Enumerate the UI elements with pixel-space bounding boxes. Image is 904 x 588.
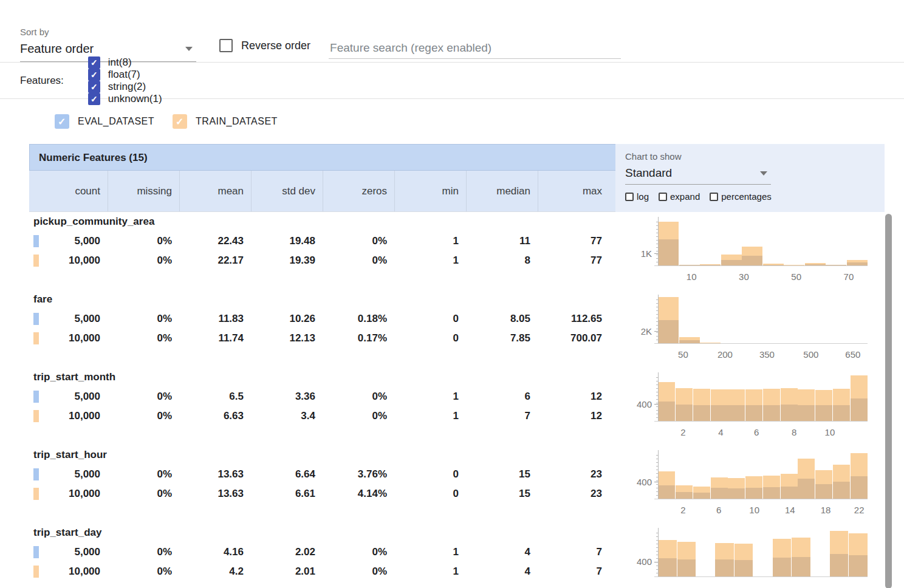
svg-text:650: 650 [845,349,860,360]
feature-histogram: 2K50200350500650 [615,290,885,368]
stat-min: 0 [394,465,466,484]
checkbox-checked-icon[interactable]: ✓ [88,93,100,105]
stat-missing: 0% [108,542,179,562]
checkbox-unchecked-icon[interactable] [710,193,718,201]
dataset-toggle-train[interactable]: ✓TRAIN_DATASET [173,114,278,129]
chart-panel: Chart to show Standard logexpandpercenta… [615,144,885,588]
reverse-order-checkbox[interactable] [219,39,233,52]
table-title: Numeric Features (15) [29,144,615,171]
stat-min: 0 [394,484,466,504]
stat-count: 10,000 [29,484,108,504]
stat-max: 77 [538,231,609,251]
stat-zeros: 4.14% [323,484,394,504]
stat-mean: 22.43 [179,231,251,251]
stat-max: 7 [538,542,609,562]
feature-filter-float[interactable]: ✓float(7) [88,69,162,81]
chart-type-select[interactable]: Standard [625,162,771,185]
dataset-color-swatch [33,391,39,403]
chart-option-label: percentages [721,191,772,202]
stat-count: 10,000 [29,406,108,426]
stat-zeros: 0% [323,562,394,581]
stat-missing: 0% [108,309,179,329]
svg-text:400: 400 [637,477,652,487]
feature-search-input[interactable] [329,38,621,59]
sort-by-value: Feature order [20,42,94,56]
stats-row-train: 10,0000%4.22.010%147 [29,562,615,581]
histogram-chart: 4002610141822 [615,445,877,523]
checkbox-checked-icon[interactable]: ✓ [88,56,100,69]
svg-text:1K: 1K [641,248,652,259]
chart-option-log[interactable]: log [625,191,649,202]
svg-text:30: 30 [739,272,749,282]
stat-missing: 0% [108,465,179,484]
svg-text:2: 2 [680,505,685,515]
stat-missing: 0% [108,231,179,251]
checkbox-unchecked-icon[interactable] [659,193,667,201]
stat-median: 4 [466,562,538,581]
vertical-scrollbar-thumb[interactable] [885,214,892,588]
feature-filter-label: float(7) [108,69,140,81]
sort-by-label: Sort by [20,27,196,37]
stat-mean: 13.63 [179,484,251,504]
stats-row-train: 10,0000%13.636.614.14%01523 [29,484,615,504]
stat-max: 112.65 [538,309,609,329]
feature-filter-unknown[interactable]: ✓unknown(1) [88,93,162,105]
svg-text:8: 8 [792,427,796,437]
column-header-missing: missing [108,171,179,211]
histogram-chart: 1K10305070 [615,212,877,290]
feature-filter-string[interactable]: ✓string(2) [88,81,162,93]
dataset-toggle-eval[interactable]: ✓EVAL_DATASET [55,114,154,129]
stat-mean: 11.74 [179,329,251,348]
stats-row-train: 10,0000%6.633.40%1712 [29,406,615,426]
svg-text:10: 10 [749,505,759,515]
stat-std-dev: 2.01 [251,562,323,581]
dropdown-arrow-icon [185,47,193,51]
column-header-zeros: zeros [323,171,394,211]
stat-count: 10,000 [29,562,108,581]
stat-mean: 4.16 [179,542,251,562]
histogram-chart: 2K50200350500650 [615,290,877,368]
stat-max: 700.07 [538,329,609,348]
checkbox-unchecked-icon[interactable] [625,193,634,201]
checkbox-checked-icon[interactable]: ✓ [88,69,100,81]
svg-text:14: 14 [785,505,795,515]
reverse-order-toggle[interactable]: Reverse order [219,39,310,52]
chart-option-label: expand [670,191,700,202]
stats-row-eval: 5,0000%11.8310.260.18%08.05112.65 [29,309,615,329]
features-filter-label: Features: [20,75,64,87]
stats-row-eval: 5,0000%4.162.020%147 [29,542,615,562]
dropdown-arrow-icon [760,171,767,176]
stat-std-dev: 10.26 [251,309,323,329]
histogram-chart: 400246810 [615,368,877,445]
svg-text:6: 6 [754,427,759,437]
chart-option-expand[interactable]: expand [659,191,700,202]
feature-filter-label: string(2) [108,81,146,93]
feature-filter-int[interactable]: ✓int(8) [88,56,162,69]
stat-max: 12 [538,387,609,406]
svg-text:10: 10 [825,427,835,437]
checkbox-checked-icon[interactable]: ✓ [55,114,69,129]
stat-mean: 4.2 [179,562,251,581]
stat-missing: 0% [108,329,179,348]
stat-zeros: 0.18% [323,309,394,329]
stat-min: 1 [394,231,466,251]
stat-std-dev: 6.64 [251,465,323,484]
checkbox-checked-icon[interactable]: ✓ [173,114,187,129]
overview-table: Numeric Features (15) countmissingmeanst… [0,144,904,588]
svg-text:2: 2 [680,427,685,437]
feature-histograms: 1K103050702K5020035050065040024681040026… [615,212,885,588]
dataset-color-swatch [33,313,39,325]
stat-min: 1 [394,251,466,270]
chart-option-percentages[interactable]: percentages [710,191,772,202]
chart-type-value: Standard [625,166,672,180]
stat-count: 5,000 [29,309,108,329]
stat-mean: 13.63 [179,465,251,484]
facets-overview-app: Sort by Feature order Reverse order Feat… [0,0,904,588]
chart-option-list: logexpandpercentages [625,191,885,202]
dataset-color-swatch [33,235,39,247]
checkbox-checked-icon[interactable]: ✓ [88,81,100,93]
stat-std-dev: 6.61 [251,484,323,504]
stat-zeros: 0% [323,542,394,562]
stat-median: 15 [466,465,538,484]
feature-block: trip_start_hour5,0000%13.636.643.76%0152… [29,445,615,523]
